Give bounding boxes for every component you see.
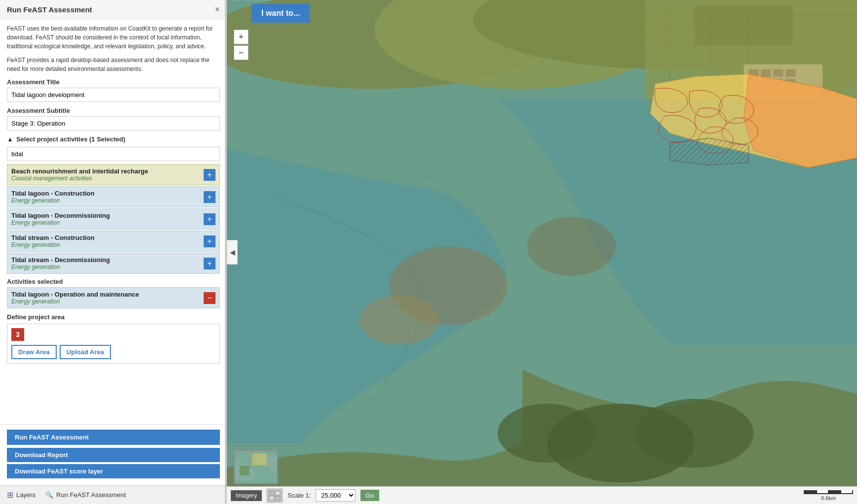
svg-rect-6 — [695, 5, 793, 45]
scale-bar-label: 0.6km — [821, 495, 836, 501]
svg-rect-39 — [275, 491, 280, 495]
svg-point-3 — [473, 0, 857, 69]
run-feast-tab[interactable]: 🔍 Run FeAST Assessment — [45, 491, 126, 499]
svg-point-26 — [527, 217, 616, 276]
assessment-subtitle-input[interactable] — [7, 116, 220, 131]
activity-add-button[interactable]: + — [204, 191, 215, 203]
scale-select[interactable]: 25,000 1,000 2,500 5,000 10,000 50,000 1… — [316, 489, 356, 502]
svg-point-28 — [498, 404, 596, 463]
layers-label: Layers — [16, 491, 36, 499]
select-activities-label: Select project activities (1 Selected) — [16, 135, 125, 143]
activity-add-button[interactable]: + — [204, 213, 215, 225]
svg-point-24 — [389, 246, 507, 325]
define-area-label: Define project area — [7, 313, 220, 321]
svg-rect-18 — [761, 79, 771, 87]
upload-area-button[interactable]: Upload Area — [60, 345, 111, 359]
svg-rect-20 — [786, 69, 795, 77]
panel-collapse-button[interactable]: ◀ — [227, 240, 238, 265]
draw-area-button[interactable]: Draw Area — [11, 345, 57, 359]
svg-point-2 — [375, 0, 670, 89]
layers-icon: ⊞ — [7, 490, 13, 500]
svg-point-25 — [360, 296, 439, 345]
scale-icon — [267, 489, 283, 503]
activity-item-text: Beach renourishment and intertidal recha… — [11, 168, 204, 182]
svg-rect-17 — [749, 79, 758, 87]
svg-point-27 — [547, 404, 695, 483]
activity-add-button[interactable]: + — [204, 169, 215, 181]
activity-item-name: Tidal lagoon - Decommissioning — [11, 212, 204, 219]
svg-point-4 — [695, 0, 857, 99]
assessment-title-input[interactable] — [7, 88, 220, 102]
svg-marker-31 — [744, 74, 857, 168]
activity-add-button[interactable]: + — [204, 258, 215, 269]
svg-rect-14 — [749, 69, 758, 77]
map-bottom-bar: Imagery Scale 1: 25,000 1,000 2,500 5,00… — [227, 486, 857, 504]
activity-item-name: Tidal lagoon - Construction — [11, 190, 204, 197]
selected-activity-sub: Energy generation — [11, 298, 204, 305]
activity-item-text: Tidal lagoon - Decommissioning Energy ge… — [11, 212, 204, 226]
left-panel: Run FeAST Assessment × FeAST uses the be… — [0, 0, 227, 504]
download-report-button[interactable]: Download Report — [7, 448, 220, 462]
activity-search-input[interactable] — [7, 147, 220, 161]
activity-list-item[interactable]: Tidal stream - Construction Energy gener… — [7, 231, 220, 252]
activity-list-item[interactable]: Beach renourishment and intertidal recha… — [7, 164, 220, 185]
activity-item-sub: Coastal management activities — [11, 175, 204, 182]
chevron-up-icon: ▲ — [7, 135, 13, 143]
svg-point-29 — [636, 399, 754, 468]
zoom-in-button[interactable]: + — [234, 30, 249, 44]
svg-rect-16 — [773, 69, 783, 77]
activity-item-text: Tidal stream - Construction Energy gener… — [11, 234, 204, 248]
svg-marker-30 — [650, 74, 857, 168]
imagery-button[interactable]: Imagery — [231, 490, 262, 501]
go-button[interactable]: Go — [360, 490, 379, 501]
activity-item-sub: Energy generation — [11, 264, 204, 270]
select-activities-section-header[interactable]: ▲ Select project activities (1 Selected) — [7, 135, 220, 143]
scale-bar: 0.6km — [804, 490, 853, 501]
panel-close-button[interactable]: × — [214, 5, 220, 14]
activity-item-text: Tidal stream - Decommissioning Energy ge… — [11, 256, 204, 270]
minimap — [234, 450, 278, 484]
activity-item-sub: Energy generation — [11, 219, 204, 226]
layers-tab[interactable]: ⊞ Layers — [7, 490, 36, 500]
svg-rect-35 — [252, 453, 267, 466]
svg-rect-13 — [744, 65, 822, 114]
svg-rect-38 — [269, 491, 274, 495]
svg-rect-23 — [761, 89, 771, 97]
selected-activity-text: Tidal lagoon - Operation and maintenance… — [11, 291, 204, 305]
activity-remove-button[interactable]: − — [204, 292, 215, 304]
panel-title: Run FeAST Assessment — [7, 5, 92, 14]
svg-marker-32 — [670, 138, 749, 165]
run-feast-tab-label: Run FeAST Assessment — [56, 491, 126, 499]
activity-list-item[interactable]: Tidal lagoon - Decommissioning Energy ge… — [7, 208, 220, 230]
svg-rect-40 — [269, 496, 274, 500]
activity-item-name: Beach renourishment and intertidal recha… — [11, 168, 204, 175]
svg-rect-5 — [645, 0, 857, 114]
activity-add-button[interactable]: + — [204, 235, 215, 247]
activity-item-name: Tidal stream - Decommissioning — [11, 256, 204, 264]
panel-header: Run FeAST Assessment × — [0, 0, 227, 19]
area-number: 3 — [11, 328, 24, 341]
activity-list-item[interactable]: Tidal stream - Decommissioning Energy ge… — [7, 253, 220, 274]
assessment-subtitle-label: Assessment Subtitle — [7, 107, 220, 114]
i-want-to-button[interactable]: I want to... — [251, 4, 310, 23]
run-feast-tab-icon: 🔍 — [45, 491, 53, 499]
activity-list-item[interactable]: Tidal lagoon - Construction Energy gener… — [7, 186, 220, 207]
panel-description-2: FeAST provides a rapid desktop-based ass… — [7, 56, 220, 73]
activities-selected-header: Activities selected — [7, 278, 220, 285]
activity-item-name: Tidal stream - Construction — [11, 234, 204, 241]
selected-activities-list: Tidal lagoon - Operation and maintenance… — [7, 287, 220, 308]
map-area[interactable]: I want to... + − Imagery — [227, 0, 857, 504]
zoom-out-button[interactable]: − — [234, 45, 249, 60]
activity-list: Beach renourishment and intertidal recha… — [7, 164, 220, 274]
download-score-button[interactable]: Download FeAST score layer — [7, 464, 220, 478]
svg-rect-21 — [786, 79, 795, 87]
define-area-box: 3 Draw Area Upload Area — [7, 324, 220, 364]
run-feast-button[interactable]: Run FeAST Assessment — [7, 430, 220, 445]
selected-activity-name: Tidal lagoon - Operation and maintenance — [11, 291, 204, 298]
scale-bar-line — [804, 490, 853, 494]
panel-content: FeAST uses the best-available informatio… — [0, 19, 227, 424]
selected-activity-item: Tidal lagoon - Operation and maintenance… — [7, 287, 220, 308]
panel-description-1: FeAST uses the best-available informatio… — [7, 24, 220, 51]
map-controls: + − — [234, 30, 249, 60]
activity-item-sub: Energy generation — [11, 241, 204, 248]
